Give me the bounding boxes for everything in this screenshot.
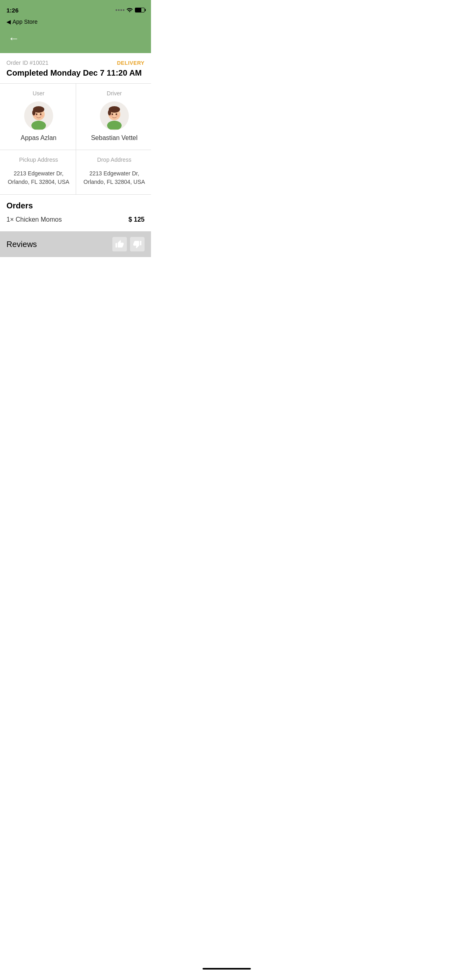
orders-section: Orders 1× Chicken Momos $ 125 bbox=[0, 195, 151, 231]
user-avatar bbox=[24, 101, 53, 130]
user-avatar-container bbox=[6, 101, 71, 130]
info-grid: User bbox=[0, 83, 151, 195]
app-store-label: App Store bbox=[12, 19, 37, 25]
status-time: 1:26 bbox=[6, 7, 19, 14]
thumbs-up-button[interactable] bbox=[112, 237, 127, 251]
app-store-bar: ◀ App Store bbox=[0, 18, 151, 28]
svg-point-17 bbox=[116, 115, 119, 117]
driver-avatar bbox=[100, 101, 129, 130]
order-info-section: Order ID #10021 DELIVERY Completed Monda… bbox=[0, 53, 151, 83]
app-store-back-button[interactable]: ◀ App Store bbox=[6, 19, 37, 25]
svg-point-8 bbox=[41, 115, 43, 117]
battery-icon bbox=[135, 8, 145, 12]
back-arrow-button[interactable]: ← bbox=[8, 32, 19, 45]
svg-point-5 bbox=[36, 113, 37, 115]
svg-point-7 bbox=[34, 115, 37, 117]
svg-point-16 bbox=[110, 115, 112, 117]
order-item: 1× Chicken Momos $ 125 bbox=[6, 216, 145, 223]
thumbs-down-icon bbox=[133, 240, 142, 249]
order-title: Completed Monday Dec 7 11:20 AM bbox=[6, 68, 145, 78]
drop-address: 2213 Edgewater Dr, Orlando, FL 32804, US… bbox=[83, 169, 147, 186]
user-cell: User bbox=[0, 84, 76, 150]
delivery-badge: DELIVERY bbox=[117, 60, 145, 66]
order-item-price: $ 125 bbox=[128, 216, 145, 223]
back-chevron-icon: ◀ bbox=[6, 19, 11, 25]
svg-point-13 bbox=[108, 110, 111, 115]
svg-point-6 bbox=[40, 113, 41, 115]
status-icons bbox=[116, 7, 145, 13]
reviews-section: Reviews bbox=[0, 231, 151, 257]
driver-cell: Driver bbox=[76, 84, 151, 150]
order-item-name: 1× Chicken Momos bbox=[6, 216, 62, 223]
wifi-icon bbox=[126, 7, 133, 13]
drop-label: Drop Address bbox=[83, 156, 147, 163]
driver-name: Sebastian Vettel bbox=[83, 134, 147, 142]
review-icons bbox=[112, 237, 145, 251]
orders-title: Orders bbox=[6, 201, 145, 210]
user-label: User bbox=[6, 90, 71, 97]
header: ← bbox=[0, 28, 151, 53]
svg-point-15 bbox=[116, 113, 117, 115]
pickup-cell: Pickup Address 2213 Edgewater Dr, Orland… bbox=[0, 150, 76, 195]
drop-cell: Drop Address 2213 Edgewater Dr, Orlando,… bbox=[76, 150, 151, 195]
pickup-address: 2213 Edgewater Dr, Orlando, FL 32804, US… bbox=[6, 169, 71, 186]
order-meta-row: Order ID #10021 DELIVERY bbox=[6, 60, 145, 66]
reviews-title: Reviews bbox=[6, 240, 37, 249]
thumbs-down-button[interactable] bbox=[130, 237, 145, 251]
pickup-label: Pickup Address bbox=[6, 156, 71, 163]
svg-point-4 bbox=[32, 110, 35, 115]
signal-dots-icon bbox=[116, 9, 124, 11]
user-name: Appas Azlan bbox=[6, 134, 71, 142]
order-id: Order ID #10021 bbox=[6, 60, 48, 66]
driver-label: Driver bbox=[83, 90, 147, 97]
svg-point-14 bbox=[112, 113, 113, 115]
thumbs-up-icon bbox=[115, 240, 124, 249]
status-bar: 1:26 bbox=[0, 0, 151, 18]
driver-avatar-container bbox=[83, 101, 147, 130]
